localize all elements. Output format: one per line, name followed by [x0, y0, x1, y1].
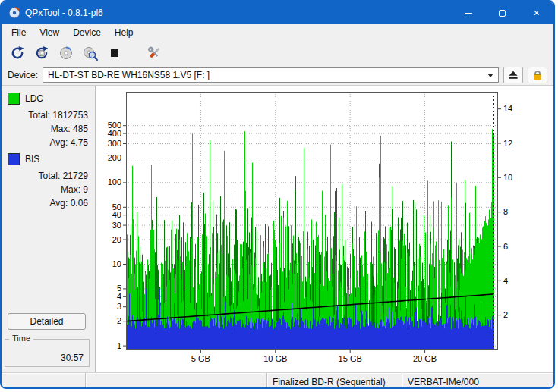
svg-text:3: 3: [117, 302, 121, 311]
svg-text:12: 12: [503, 139, 512, 148]
svg-text:30: 30: [112, 221, 121, 230]
minimize-icon: [465, 13, 472, 14]
detailed-button[interactable]: Detailed: [8, 313, 86, 330]
status-cell-2: [85, 373, 266, 389]
window-title: QPxTool - 0.8.1-pl6: [25, 8, 451, 18]
maximize-icon: [499, 10, 506, 17]
svg-text:10: 10: [503, 173, 512, 182]
disc-info-icon: [58, 45, 74, 61]
maximize-button[interactable]: [485, 2, 519, 24]
svg-text:6: 6: [503, 242, 508, 251]
app-icon: [8, 7, 20, 19]
svg-text:20: 20: [112, 235, 121, 244]
svg-text:100: 100: [108, 177, 121, 187]
ldc-avg: Avg: 4.75: [50, 137, 88, 148]
bis-legend: BIS: [8, 153, 39, 165]
titlebar: QPxTool - 0.8.1-pl6 ×: [2, 2, 553, 24]
chart-svg: 5004003002001005040302010543211412108642…: [96, 86, 521, 368]
svg-text:1: 1: [117, 341, 121, 350]
svg-text:5 GB: 5 GB: [191, 354, 210, 363]
scan-start-icon: [9, 45, 26, 61]
svg-text:4: 4: [117, 292, 121, 301]
stop-icon: [106, 45, 123, 61]
window-controls: ×: [451, 2, 553, 24]
device-combo[interactable]: HL-DT-ST BD-RE WH16NS58 1.V5 [F: ]: [43, 67, 499, 83]
menubar: File View Device Help: [2, 24, 553, 41]
close-icon: ×: [533, 8, 539, 18]
menu-device[interactable]: Device: [66, 26, 108, 39]
app-window: QPxTool - 0.8.1-pl6 × File View Device H…: [0, 0, 555, 389]
time-groupbox: Time 30:57: [5, 339, 90, 367]
disc-info-button[interactable]: [56, 43, 76, 63]
menu-view[interactable]: View: [33, 26, 66, 39]
ldc-swatch: [8, 93, 20, 105]
scan-start-button[interactable]: [8, 43, 27, 63]
svg-text:300: 300: [108, 139, 121, 148]
ldc-max: Max: 485: [51, 124, 88, 134]
lock-icon: [532, 70, 543, 81]
status-disc-type: Finalized BD-R (Sequential): [266, 373, 402, 389]
svg-text:40: 40: [112, 210, 121, 219]
close-button[interactable]: ×: [519, 2, 553, 24]
svg-text:15 GB: 15 GB: [339, 354, 362, 363]
bis-label: BIS: [25, 154, 39, 165]
svg-text:2: 2: [117, 316, 121, 325]
svg-text:10 GB: 10 GB: [263, 354, 287, 363]
svg-text:20 GB: 20 GB: [413, 354, 437, 363]
svg-text:8: 8: [503, 207, 508, 216]
ldc-legend: LDC: [8, 93, 43, 105]
device-combo-value: HL-DT-ST BD-RE WH16NS58 1.V5 [F: ]: [48, 70, 210, 80]
bis-total: Total: 21729: [39, 171, 88, 181]
device-bar: Device: HL-DT-ST BD-RE WH16NS58 1.V5 [F:…: [2, 65, 553, 86]
menu-help[interactable]: Help: [108, 26, 140, 39]
status-cell-1: [2, 373, 85, 389]
bis-avg: Avg: 0.06: [50, 198, 88, 209]
svg-text:400: 400: [108, 129, 121, 138]
scan-media-button[interactable]: [32, 43, 52, 63]
chevron-down-icon: [487, 74, 493, 77]
bis-swatch: [8, 153, 20, 165]
lock-button[interactable]: [528, 67, 547, 83]
bis-max: Max: 9: [61, 184, 88, 195]
time-value: 30:57: [61, 353, 84, 363]
quality-chart: 5004003002001005040302010543211412108642…: [96, 86, 553, 372]
results-panel: LDC Total: 1812753 Max: 485 Avg: 4.75 BI…: [2, 86, 96, 372]
eject-icon: [508, 71, 519, 80]
svg-text:10: 10: [112, 259, 121, 268]
eject-button[interactable]: [503, 67, 523, 83]
minimize-button[interactable]: [451, 2, 485, 24]
svg-text:2: 2: [503, 310, 508, 319]
scan-media-icon: [33, 45, 50, 61]
statusbar: Finalized BD-R (Sequential) VERBAT-IMe/0…: [2, 372, 553, 389]
ldc-total: Total: 1812753: [28, 110, 88, 121]
time-label: Time: [9, 334, 33, 343]
menu-file[interactable]: File: [5, 26, 33, 39]
preferences-icon: [146, 45, 162, 61]
status-media-id: VERBAT-IMe/000: [402, 373, 553, 389]
svg-text:14: 14: [503, 104, 512, 113]
ldc-label: LDC: [25, 93, 43, 104]
stop-button[interactable]: [105, 43, 125, 63]
disc-search-icon: [82, 45, 99, 61]
svg-text:200: 200: [108, 153, 121, 162]
svg-text:4: 4: [503, 276, 508, 285]
disc-search-button[interactable]: [80, 43, 100, 63]
toolbar-separator: [129, 45, 140, 61]
preferences-button[interactable]: [144, 43, 164, 63]
toolbar: [2, 41, 553, 65]
device-label: Device:: [8, 70, 38, 80]
main-area: LDC Total: 1812753 Max: 485 Avg: 4.75 BI…: [2, 86, 553, 372]
